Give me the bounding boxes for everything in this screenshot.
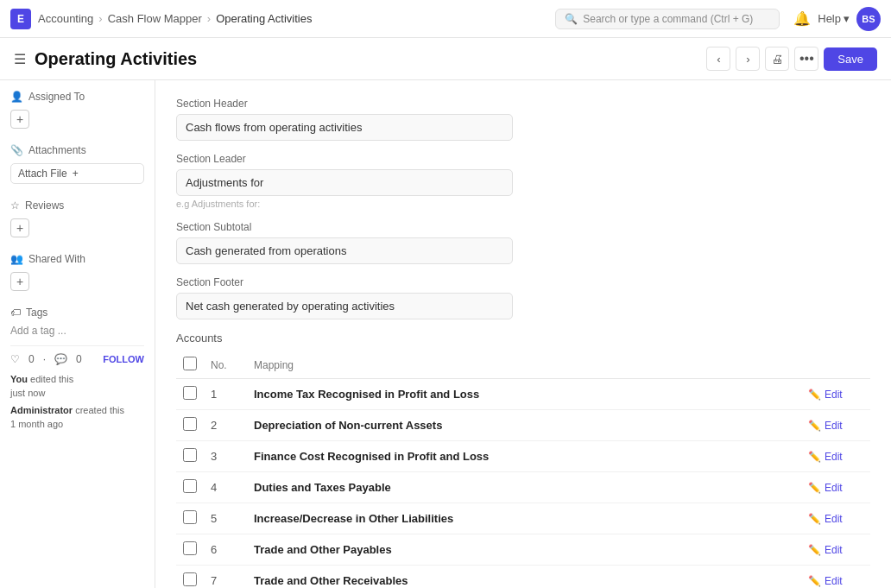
select-all-checkbox[interactable] (183, 357, 197, 370)
sidebar-divider (10, 345, 144, 346)
prev-button[interactable]: ‹ (706, 47, 730, 71)
page-title: Operating Activities (35, 49, 197, 69)
section-header-label: Section Header (176, 98, 870, 110)
likes-row: ♡ 0 · 💬 0 FOLLOW (10, 353, 144, 365)
created-time: 1 month ago (10, 419, 144, 429)
add-assigned-button[interactable]: + (10, 110, 29, 129)
breadcrumb-current: Operating Activities (216, 12, 312, 25)
edit-button[interactable]: ✏️ Edit (808, 482, 843, 494)
reviews-section: ☆ Reviews + (10, 199, 144, 237)
breadcrumb-accounting[interactable]: Accounting (38, 12, 93, 25)
accounts-label: Accounts (176, 332, 870, 345)
th-select-all (176, 351, 204, 379)
row-checkbox[interactable] (183, 479, 197, 493)
row-checkbox[interactable] (183, 417, 197, 431)
print-button[interactable]: 🖨 (765, 47, 789, 71)
shared-with-title: 👥 Shared With (10, 253, 144, 265)
add-shared-button[interactable]: + (10, 272, 29, 291)
row-mapping: Finance Cost Recognised in Profit and Lo… (247, 441, 801, 472)
section-subtotal-input[interactable] (176, 237, 513, 264)
comments-count: 0 (76, 353, 82, 365)
section-subtotal-group: Section Subtotal (176, 221, 870, 264)
edited-time: just now (10, 388, 144, 398)
attachments-title: 📎 Attachments (10, 144, 144, 156)
edit-label: Edit (825, 575, 843, 587)
attach-file-button[interactable]: Attach File + (10, 163, 144, 184)
accounts-table: No. Mapping 1 Income Tax Recognised in P… (176, 351, 870, 588)
main-layout: 👤 Assigned To + 📎 Attachments Attach Fil… (0, 80, 891, 588)
edit-icon: ✏️ (808, 389, 821, 401)
add-review-button[interactable]: + (10, 218, 29, 237)
heart-icon[interactable]: ♡ (10, 353, 20, 365)
row-checkbox[interactable] (183, 510, 197, 524)
sidebar: 👤 Assigned To + 📎 Attachments Attach Fil… (0, 80, 155, 588)
row-no: 1 (204, 379, 247, 410)
menu-icon[interactable]: ☰ (14, 51, 26, 67)
row-checkbox[interactable] (183, 572, 197, 586)
section-footer-group: Section Footer (176, 276, 870, 319)
edit-button[interactable]: ✏️ Edit (808, 513, 843, 525)
edit-label: Edit (825, 451, 843, 463)
topbar-actions: 🔔 Help ▾ BS (793, 7, 881, 31)
row-checkbox[interactable] (183, 541, 197, 555)
row-mapping: Trade and Other Receivables (247, 566, 801, 589)
bell-icon[interactable]: 🔔 (793, 10, 811, 27)
edit-button[interactable]: ✏️ Edit (808, 420, 843, 432)
save-button[interactable]: Save (824, 47, 877, 71)
header-actions: ‹ › 🖨 ••• Save (706, 47, 877, 71)
reviews-title: ☆ Reviews (10, 199, 144, 212)
accounts-section: Accounts No. Mapping 1 Income Tax Reco (176, 332, 870, 588)
help-label: Help (818, 12, 841, 25)
section-header-input[interactable] (176, 114, 513, 141)
chevron-down-icon: ▾ (844, 12, 850, 25)
created-by: Administrator (10, 405, 73, 415)
th-action (801, 351, 870, 379)
row-no: 2 (204, 410, 247, 441)
edit-button[interactable]: ✏️ Edit (808, 389, 843, 401)
edit-button[interactable]: ✏️ Edit (808, 451, 843, 463)
breadcrumb-sep-1: › (98, 12, 102, 25)
row-mapping: Depreciation of Non-current Assets (247, 410, 801, 441)
section-footer-label: Section Footer (176, 276, 870, 288)
help-button[interactable]: Help ▾ (818, 12, 850, 25)
app-logo[interactable]: E (10, 9, 31, 29)
search-bar[interactable]: 🔍 Search or type a command (Ctrl + G) (555, 9, 780, 29)
row-checkbox[interactable] (183, 386, 197, 400)
more-button[interactable]: ••• (794, 47, 818, 71)
section-leader-input[interactable] (176, 169, 513, 196)
edit-button[interactable]: ✏️ Edit (808, 544, 843, 556)
attachments-section: 📎 Attachments Attach File + (10, 144, 144, 184)
attachments-label: Attachments (28, 144, 86, 156)
section-leader-placeholder: e.g Adjustments for: (176, 199, 870, 209)
assigned-to-label: Assigned To (28, 91, 85, 103)
follow-button[interactable]: FOLLOW (103, 354, 144, 364)
plus-icon: + (73, 168, 79, 180)
add-tag-link[interactable]: Add a tag ... (10, 325, 66, 337)
table-row: 6 Trade and Other Payables ✏️ Edit (176, 534, 870, 566)
edit-label: Edit (825, 482, 843, 494)
section-footer-input[interactable] (176, 293, 513, 319)
tags-label: Tags (26, 307, 47, 319)
row-no: 6 (204, 534, 247, 566)
edit-button[interactable]: ✏️ Edit (808, 575, 843, 587)
tags-title: 🏷 Tags (10, 307, 144, 319)
row-no: 3 (204, 441, 247, 472)
attach-file-label: Attach File (18, 168, 67, 180)
avatar[interactable]: BS (856, 7, 881, 31)
assigned-to-section: 👤 Assigned To + (10, 91, 144, 129)
edited-activity: You edited this (10, 374, 144, 384)
created-activity: Administrator created this (10, 405, 144, 415)
table-row: 5 Increase/Decrease in Other Liabilities… (176, 503, 870, 534)
page-header: ☰ Operating Activities ‹ › 🖨 ••• Save (0, 38, 891, 80)
edit-label: Edit (825, 389, 843, 401)
row-checkbox[interactable] (183, 448, 197, 462)
row-mapping: Income Tax Recognised in Profit and Loss (247, 379, 801, 410)
tags-section: 🏷 Tags Add a tag ... (10, 307, 144, 337)
content-area: Section Header Section Leader e.g Adjust… (155, 80, 891, 588)
breadcrumb-cashflow[interactable]: Cash Flow Mapper (108, 12, 202, 25)
next-button[interactable]: › (736, 47, 760, 71)
row-no: 7 (204, 566, 247, 589)
edit-icon: ✏️ (808, 575, 821, 587)
comment-icon[interactable]: 💬 (54, 353, 67, 365)
assigned-to-title: 👤 Assigned To (10, 91, 144, 103)
